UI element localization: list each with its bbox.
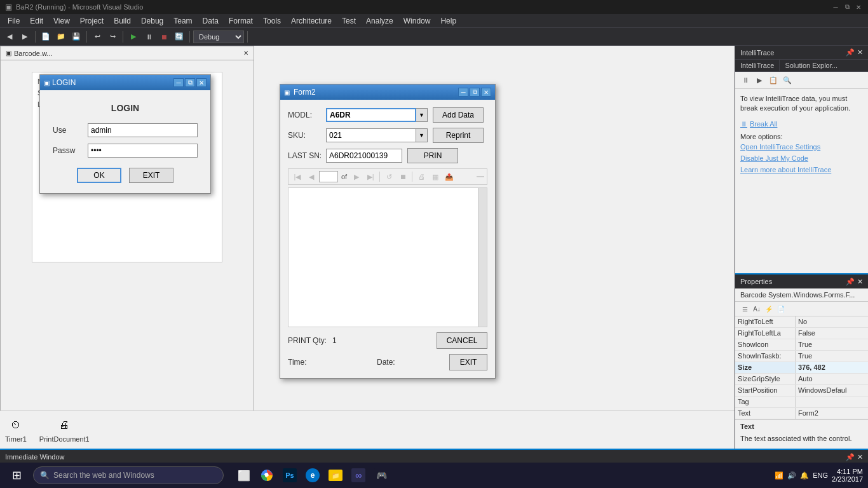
printdoc1-component[interactable]: 🖨 PrintDocument1 bbox=[39, 417, 90, 443]
debug-pause-btn[interactable]: ⏸ bbox=[142, 30, 156, 44]
login-minimize-btn[interactable]: ─ bbox=[173, 78, 184, 87]
toolbar-open-btn[interactable]: 📁 bbox=[54, 30, 68, 44]
chrome-icon[interactable] bbox=[257, 465, 277, 485]
solution-explorer-tab[interactable]: Solution Explor... bbox=[780, 60, 843, 71]
open-settings-link[interactable]: Open IntelliTrace Settings bbox=[740, 143, 863, 151]
menu-window[interactable]: Window bbox=[398, 15, 436, 27]
taskbar-search[interactable]: 🔍 Search the web and Windows bbox=[33, 466, 224, 484]
debug-stop-btn[interactable]: ⏹ bbox=[157, 30, 171, 44]
learn-more-link[interactable]: Learn more about IntelliTrace bbox=[740, 166, 863, 173]
it-ctrl3[interactable]: 📋 bbox=[767, 74, 780, 86]
props-pages-btn[interactable]: 📄 bbox=[775, 303, 787, 315]
prop-tag[interactable]: Tag bbox=[735, 396, 868, 408]
immediate-close-icon[interactable]: ✕ bbox=[857, 453, 863, 461]
break-all-link[interactable]: ⏸ Break All bbox=[740, 120, 863, 128]
menu-project[interactable]: Project bbox=[75, 15, 109, 27]
menu-debug[interactable]: Debug bbox=[136, 15, 168, 27]
menu-help[interactable]: Help bbox=[435, 15, 461, 27]
report-layout-btn[interactable]: ▦ bbox=[429, 170, 442, 183]
menu-data[interactable]: Data bbox=[198, 15, 224, 27]
start-button[interactable]: ⊞ bbox=[5, 464, 28, 487]
timer1-component[interactable]: ⏲ Timer1 bbox=[5, 417, 27, 443]
prop-showicon[interactable]: ShowIcon True bbox=[735, 339, 868, 351]
toolbar-new-btn[interactable]: 📄 bbox=[39, 30, 53, 44]
prop-righttoleftla[interactable]: RightToLeftLa False bbox=[735, 328, 868, 339]
props-events-btn[interactable]: ⚡ bbox=[763, 303, 775, 315]
it-ctrl1[interactable]: ⏸ bbox=[739, 74, 752, 86]
prop-startposition[interactable]: StartPosition WindowsDefaul bbox=[735, 385, 868, 396]
disable-just-my-code-link[interactable]: Disable Just My Code bbox=[740, 154, 863, 162]
menu-build[interactable]: Build bbox=[109, 15, 136, 27]
report-last-btn[interactable]: ▶| bbox=[364, 170, 377, 183]
add-data-btn[interactable]: Add Data bbox=[433, 107, 484, 123]
prin-btn[interactable]: PRIN bbox=[407, 148, 458, 163]
taskbar-time-display[interactable]: 4:11 PM 2/23/2017 bbox=[832, 468, 863, 483]
it-ctrl4[interactable]: 🔍 bbox=[781, 74, 794, 86]
toolbar-undo-btn[interactable]: ↩ bbox=[90, 30, 104, 44]
taskbar-volume-icon[interactable]: 🔊 bbox=[787, 471, 796, 480]
prop-size[interactable]: Size 376, 482 bbox=[735, 362, 868, 374]
menu-test[interactable]: Test bbox=[337, 15, 361, 27]
report-right-scrollbar[interactable] bbox=[478, 188, 487, 327]
props-close-icon[interactable]: ✕ bbox=[857, 278, 863, 286]
ie-icon[interactable]: e bbox=[302, 465, 323, 485]
login-restore-btn[interactable]: ⧉ bbox=[185, 78, 195, 87]
menu-architecture[interactable]: Architecture bbox=[286, 15, 337, 27]
report-scrollbar[interactable] bbox=[477, 176, 484, 177]
restore-btn[interactable]: ⧉ bbox=[843, 3, 851, 11]
prop-showintaskb[interactable]: ShowInTaskb: True bbox=[735, 351, 868, 362]
user-input[interactable] bbox=[88, 123, 198, 137]
menu-analyze[interactable]: Analyze bbox=[361, 15, 398, 27]
form2-restore-btn[interactable]: ⧉ bbox=[470, 88, 480, 97]
report-prev-btn[interactable]: ◀ bbox=[305, 170, 318, 183]
infinity-icon[interactable]: ∞ bbox=[348, 465, 369, 485]
menu-view[interactable]: View bbox=[48, 15, 75, 27]
reprint-btn[interactable]: Reprint bbox=[433, 128, 484, 143]
last-sn-input[interactable] bbox=[326, 149, 402, 163]
immediate-pin-icon[interactable]: 📌 bbox=[846, 453, 855, 461]
intellitrace-pin-icon[interactable]: 📌 bbox=[846, 48, 855, 57]
sku-dropdown-btn[interactable]: ▼ bbox=[416, 128, 428, 142]
extra-icon[interactable]: 🎮 bbox=[371, 465, 391, 485]
sku-input[interactable] bbox=[326, 128, 416, 142]
debug-mode-select[interactable]: Debug Release bbox=[193, 30, 244, 43]
task-view-icon[interactable]: ⬜ bbox=[234, 465, 254, 485]
props-sort-cat-btn[interactable]: ☰ bbox=[739, 303, 750, 315]
it-ctrl2[interactable]: ▶ bbox=[753, 74, 766, 86]
report-export-btn[interactable]: 📤 bbox=[443, 170, 456, 183]
modl-dropdown-btn[interactable]: ▼ bbox=[416, 108, 428, 122]
login-exit-btn[interactable]: EXIT bbox=[129, 168, 173, 183]
modl-input[interactable] bbox=[326, 108, 416, 122]
menu-file[interactable]: File bbox=[3, 15, 25, 27]
report-print-btn[interactable]: 🖨 bbox=[415, 170, 428, 183]
menu-format[interactable]: Format bbox=[224, 15, 258, 27]
menu-team[interactable]: Team bbox=[168, 15, 197, 27]
report-refresh-btn[interactable]: ↺ bbox=[383, 170, 395, 183]
prop-righttoleft[interactable]: RightToLeft No bbox=[735, 316, 868, 328]
prop-sizegripstyle[interactable]: SizeGripStyle Auto bbox=[735, 374, 868, 385]
toolbar-save-btn[interactable]: 💾 bbox=[69, 30, 83, 44]
toolbar-redo-btn[interactable]: ↪ bbox=[105, 30, 119, 44]
toolbar-forward-btn[interactable]: ▶ bbox=[18, 30, 32, 44]
cancel-btn[interactable]: CANCEL bbox=[437, 332, 487, 349]
report-page-input[interactable] bbox=[319, 171, 338, 182]
form2-close-btn[interactable]: ✕ bbox=[481, 88, 491, 97]
report-next-btn[interactable]: ▶ bbox=[350, 170, 363, 183]
photoshop-icon[interactable]: Ps bbox=[280, 465, 300, 485]
pass-input[interactable] bbox=[88, 144, 198, 158]
intellitrace-close-icon[interactable]: ✕ bbox=[857, 48, 863, 57]
form2-minimize-btn[interactable]: ─ bbox=[458, 88, 468, 97]
menu-edit[interactable]: Edit bbox=[25, 15, 48, 27]
report-first-btn[interactable]: |◀ bbox=[291, 170, 304, 183]
minimize-btn[interactable]: ─ bbox=[831, 3, 840, 11]
prop-text[interactable]: Text Form2 bbox=[735, 408, 868, 419]
props-sort-alpha-btn[interactable]: A↓ bbox=[751, 303, 763, 315]
file-explorer-icon[interactable]: 📁 bbox=[325, 465, 346, 485]
menu-tools[interactable]: Tools bbox=[258, 15, 286, 27]
login-close-btn[interactable]: ✕ bbox=[196, 78, 207, 87]
taskbar-network-icon[interactable]: 📶 bbox=[775, 471, 783, 480]
report-stop-btn[interactable]: ⏹ bbox=[397, 170, 409, 183]
exit-btn[interactable]: EXIT bbox=[449, 354, 487, 370]
login-ok-btn[interactable]: OK bbox=[77, 168, 121, 183]
toolbar-back-btn[interactable]: ◀ bbox=[3, 30, 17, 44]
